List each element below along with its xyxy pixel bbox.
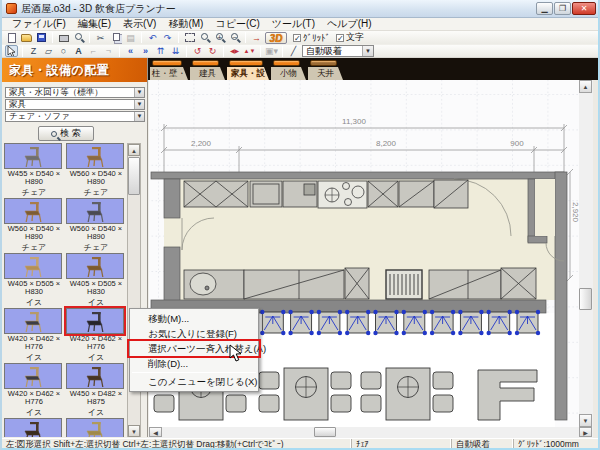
tab-家具・設備[interactable]: 家具・設備: [227, 67, 269, 80]
snap-mode-select[interactable]: 自動吸着 ▼: [302, 45, 374, 57]
menu-item-0[interactable]: ファイル(F): [6, 17, 72, 31]
furniture-item-5[interactable]: W405 × D505 × H830イス: [66, 253, 126, 308]
counter-stool[interactable]: [260, 310, 285, 335]
furniture-thumbnail[interactable]: [66, 198, 124, 224]
context-menu-item-0[interactable]: 移動(M)...: [130, 311, 258, 326]
dining-chair[interactable]: [433, 372, 453, 389]
tab-天井[interactable]: 天井: [308, 67, 343, 80]
rotate-cw-90-icon[interactable]: ↻: [206, 45, 219, 57]
counter-stool[interactable]: [317, 310, 342, 335]
dining-chair[interactable]: [331, 372, 351, 389]
scroll-up-icon[interactable]: ▲: [579, 80, 592, 93]
hscroll-thumb[interactable]: [314, 427, 336, 437]
tab-建具[interactable]: 建具: [190, 67, 225, 80]
tab-小物[interactable]: 小物: [271, 67, 306, 80]
measure-tool-icon[interactable]: ⌐: [87, 45, 100, 57]
rotate-ccw-90-icon[interactable]: ↺: [191, 45, 204, 57]
furniture-item-0[interactable]: W455 × D540 × H890チェア: [4, 143, 64, 198]
furniture-thumbnail[interactable]: [4, 363, 62, 389]
dining-chair[interactable]: [259, 395, 279, 412]
furniture-item-8[interactable]: W420 × D462 × H776イス: [4, 363, 64, 418]
scroll-left-icon[interactable]: ◀: [149, 427, 162, 437]
style-dropdown-icon[interactable]: ▣▾: [265, 45, 278, 57]
undo-icon[interactable]: ↶: [146, 32, 159, 44]
furniture-list-scrollbar[interactable]: ▲ ▼: [127, 143, 141, 437]
rotate-right-icon[interactable]: »: [139, 45, 152, 57]
furniture-thumbnail[interactable]: [4, 308, 62, 334]
polygon-tool-icon[interactable]: ▱: [42, 45, 55, 57]
vscroll-thumb[interactable]: [579, 288, 592, 310]
furniture-thumbnail[interactable]: [66, 308, 124, 334]
furniture-thumbnail[interactable]: [4, 198, 62, 224]
counter-stool-row[interactable]: [232, 310, 540, 335]
mirror-horizontal-icon[interactable]: ◀▶: [228, 45, 241, 57]
furniture-item-10[interactable]: [4, 418, 64, 437]
zoom-area-icon[interactable]: [198, 32, 211, 44]
group-select[interactable]: 家具▼: [5, 99, 145, 110]
dining-chair[interactable]: [361, 372, 381, 389]
open-file-icon[interactable]: [20, 32, 33, 44]
menu-item-5[interactable]: ツール(T): [266, 17, 321, 31]
horizontal-scrollbar[interactable]: ◀ ▶: [149, 427, 593, 438]
view-3d-button[interactable]: 3D: [265, 32, 287, 44]
counter-stool[interactable]: [373, 310, 398, 335]
measure-line-icon[interactable]: ╱: [287, 45, 300, 57]
dining-chair[interactable]: [154, 395, 174, 412]
search-button[interactable]: 検 索: [38, 126, 94, 141]
kitchen-equipment-bottom[interactable]: [184, 268, 536, 299]
maximize-button[interactable]: ❐: [554, 2, 571, 15]
furniture-item-7[interactable]: W420 × D462 × H776イス: [66, 308, 126, 363]
save-icon[interactable]: [35, 32, 48, 44]
furniture-item-9[interactable]: W450 × D482 × H875イス: [66, 363, 126, 418]
counter-stool[interactable]: [487, 310, 512, 335]
furniture-thumbnail[interactable]: [4, 418, 62, 437]
counter-stool[interactable]: [515, 310, 540, 335]
counter-stool[interactable]: [458, 310, 483, 335]
menu-item-3[interactable]: 移動(M): [162, 17, 209, 31]
mirror-vertical-icon[interactable]: ▲▼: [243, 45, 256, 57]
list-scroll-down-icon[interactable]: ▼: [128, 425, 140, 437]
flip-up-icon[interactable]: ⇈: [154, 45, 167, 57]
furniture-thumbnail[interactable]: [66, 253, 124, 279]
rotate-left-icon[interactable]: «: [124, 45, 137, 57]
grid-checkbox[interactable]: ✓ ｸﾞﾘｯﾄﾞ: [293, 33, 330, 43]
minimize-button[interactable]: ▁: [536, 2, 553, 15]
furniture-item-2[interactable]: W560 × D540 × H890チェア: [4, 198, 64, 253]
dining-chair[interactable]: [433, 395, 453, 412]
kitchen-equipment-top[interactable]: [184, 180, 468, 208]
dining-chair[interactable]: [361, 395, 381, 412]
dining-chair[interactable]: [226, 395, 246, 412]
vertical-scrollbar[interactable]: ▲ ▼: [579, 80, 593, 427]
measure-angle-tool-icon[interactable]: ¬: [102, 45, 115, 57]
furniture-item-4[interactable]: W405 × D505 × H830イス: [4, 253, 64, 308]
furniture-thumbnail[interactable]: [4, 143, 62, 169]
paste-icon[interactable]: ▤: [124, 32, 137, 44]
furniture-thumbnail[interactable]: [66, 143, 124, 169]
counter-stool[interactable]: [430, 310, 455, 335]
zoom-out-icon[interactable]: −: [228, 32, 241, 44]
furniture-item-6[interactable]: W420 × D462 × H776イス: [4, 308, 64, 363]
furniture-item-3[interactable]: W560 × D540 × H890チェア: [66, 198, 126, 253]
counter-stool[interactable]: [345, 310, 370, 335]
new-file-icon[interactable]: [5, 32, 18, 44]
title-bar[interactable]: 居酒屋.o3d - 3D 飲食店プランナー ▁ ❐ ✕: [2, 0, 600, 18]
list-scroll-thumb[interactable]: [128, 157, 140, 195]
redo-icon[interactable]: ↷: [161, 32, 174, 44]
close-button[interactable]: ✕: [572, 2, 596, 15]
menu-item-1[interactable]: 編集(E): [72, 17, 117, 31]
furniture-item-1[interactable]: W560 × D540 × H890チェア: [66, 143, 126, 198]
dining-chair[interactable]: [259, 372, 279, 389]
counter-stool[interactable]: [288, 310, 313, 335]
polyline-tool-icon[interactable]: Z: [27, 45, 40, 57]
text-tool-icon[interactable]: A: [72, 45, 85, 57]
print-icon[interactable]: [57, 32, 70, 44]
dining-chair[interactable]: [331, 395, 351, 412]
context-menu-item-5[interactable]: このメニューを閉じる(X): [130, 374, 258, 389]
scroll-right-icon[interactable]: ▶: [579, 427, 592, 437]
menu-item-6[interactable]: ヘルプ(H): [321, 17, 378, 31]
tab-柱・壁・床[interactable]: 柱・壁・床: [150, 67, 188, 80]
flip-down-icon[interactable]: ⇊: [169, 45, 182, 57]
furniture-thumbnail[interactable]: [66, 363, 124, 389]
menu-item-2[interactable]: 表示(V): [117, 17, 162, 31]
copy-icon[interactable]: [109, 32, 122, 44]
